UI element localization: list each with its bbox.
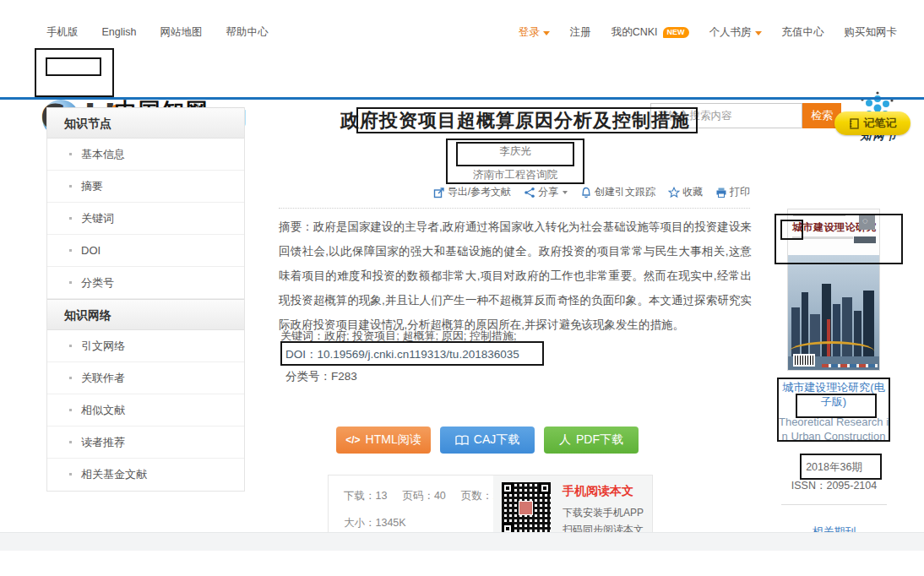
sidebar-section-knowledge-node: 知识节点 bbox=[47, 107, 244, 139]
pdf-icon: 人 bbox=[559, 432, 571, 448]
sidebar-item-related-authors[interactable]: 关联作者 bbox=[47, 362, 244, 394]
stats-row: 下载：13 页码：40 页数：1 bbox=[344, 489, 498, 503]
qr-center-seal bbox=[519, 501, 533, 515]
sidebar-item-reader-recommendation[interactable]: 读者推荐 bbox=[47, 427, 244, 459]
favorite-link[interactable]: 收藏 bbox=[668, 185, 703, 199]
article-clc-number: 分类号：F283 bbox=[285, 369, 357, 384]
article-abstract: 摘要：政府是国家建设的主导者,政府通过将国家收入转化为社会基础设施等项目的投资建… bbox=[279, 215, 752, 337]
top-navigation: 手机版 English 网站地图 帮助中心 登录 注册 我的CNKINEW 个人… bbox=[46, 21, 897, 43]
chevron-down-icon bbox=[543, 31, 550, 35]
nav-help-center[interactable]: 帮助中心 bbox=[226, 25, 269, 40]
nav-my-cnki[interactable]: 我的CNKINEW bbox=[611, 25, 689, 40]
article-affiliation[interactable]: 济南市工程咨询院 bbox=[279, 168, 752, 182]
nav-recharge-center[interactable]: 充值中心 bbox=[782, 25, 824, 40]
download-stats-panel: 下载：13 页码：40 页数：1 大小：1345K 手机阅读本文 下载安装手机A… bbox=[328, 475, 653, 534]
download-count: 下载：13 bbox=[344, 489, 387, 503]
article-keywords: 关键词：政府; 投资项目; 超概算; 原因; 控制措施; bbox=[280, 329, 517, 344]
header-blue-line bbox=[0, 97, 924, 100]
mobile-read-title: 手机阅读本文 bbox=[563, 484, 633, 499]
sidebar-item-similar-literature[interactable]: 相似文献 bbox=[47, 394, 244, 427]
sidebar-item-related-fund-literature[interactable]: 相关基金文献 bbox=[47, 459, 244, 491]
sidebar-item-basic-info[interactable]: 基本信息 bbox=[47, 139, 244, 171]
sidebar-item-citation-network[interactable]: 引文网络 bbox=[47, 330, 244, 362]
article-title: 政府投资项目超概算原因分析及控制措施 bbox=[279, 108, 752, 133]
export-reference-link[interactable]: 导出/参考文献 bbox=[433, 185, 511, 199]
mobile-read-panel: 手机阅读本文 下载安装手机APP 扫码同步阅读本文 bbox=[493, 475, 652, 535]
citation-alert-link[interactable]: 创建引文跟踪 bbox=[580, 185, 655, 199]
chevron-down-icon bbox=[755, 31, 762, 35]
star-icon bbox=[668, 187, 680, 198]
page-number: 页码：40 bbox=[402, 489, 445, 503]
cover-publisher-logo bbox=[859, 214, 875, 230]
pdf-download-button[interactable]: 人 PDF下载 bbox=[544, 427, 639, 454]
page-bottom-band bbox=[0, 532, 924, 551]
journal-issn: ISSN：2095-2104 bbox=[760, 479, 908, 493]
sidebar-item-doi[interactable]: DOI bbox=[47, 235, 244, 267]
topnav-left-group: 手机版 English 网站地图 帮助中心 bbox=[46, 25, 269, 40]
journal-name-english: Theoretical Research in Urban Constructi… bbox=[777, 415, 890, 443]
article-author[interactable]: 李庆光 bbox=[279, 144, 752, 159]
qr-code bbox=[502, 482, 551, 535]
share-link[interactable]: 分享 bbox=[524, 185, 568, 199]
nav-mobile-version[interactable]: 手机版 bbox=[46, 25, 79, 40]
nav-register[interactable]: 注册 bbox=[570, 25, 591, 40]
share-icon bbox=[524, 187, 535, 198]
chevron-down-icon bbox=[563, 191, 568, 194]
cover-skyline-photo bbox=[788, 255, 879, 370]
notebook-icon bbox=[849, 118, 860, 129]
sidebar-item-keywords[interactable]: 关键词 bbox=[47, 203, 244, 235]
file-size: 大小：1345K bbox=[344, 516, 406, 530]
article-toolbar: 导出/参考文献 分享 创建引文跟踪 收藏 打印 bbox=[279, 185, 750, 199]
journal-cover-image[interactable]: 城市建设理论研究 bbox=[788, 209, 879, 370]
mobile-read-line1: 下载安装手机APP bbox=[563, 506, 644, 520]
journal-name-link[interactable]: 城市建设理论研究(电子版) bbox=[777, 380, 890, 409]
cnki-article-page: 手机版 English 网站地图 帮助中心 登录 注册 我的CNKINEW 个人… bbox=[0, 0, 924, 576]
code-icon: </> bbox=[345, 434, 360, 446]
article-doi: DOI：10.19569/j.cnki.cn119313/tu.20183603… bbox=[285, 347, 519, 362]
caj-download-button[interactable]: CAJ下载 bbox=[440, 427, 535, 454]
take-note-button[interactable]: 记笔记 bbox=[834, 111, 910, 135]
nav-english[interactable]: English bbox=[102, 26, 137, 38]
sidebar-section-knowledge-network: 知识网络 bbox=[47, 299, 244, 330]
topnav-right-group: 登录 注册 我的CNKINEW 个人书房 充值中心 购买知网卡 bbox=[519, 25, 897, 40]
sidebar-item-clc[interactable]: 分类号 bbox=[47, 267, 244, 299]
sidebar-item-abstract[interactable]: 摘要 bbox=[47, 171, 244, 203]
right-column-divider bbox=[781, 504, 887, 505]
export-icon bbox=[433, 187, 445, 198]
cover-barcode bbox=[793, 354, 815, 367]
sidebar: 知识节点 基本信息 摘要 关键词 DOI 分类号 知识网络 引文网络 关联作者 … bbox=[46, 107, 245, 492]
print-link[interactable]: 打印 bbox=[715, 185, 750, 199]
new-badge: NEW bbox=[663, 27, 689, 38]
journal-issue[interactable]: 2018年36期 bbox=[760, 460, 908, 475]
section-divider bbox=[279, 208, 750, 209]
bell-icon bbox=[580, 187, 592, 198]
nav-buy-card[interactable]: 购买知网卡 bbox=[845, 25, 898, 40]
book-icon bbox=[455, 435, 469, 446]
site-header: Cnki 中国知网 cnki.net 期刊 检索 知网节 bbox=[0, 44, 924, 97]
nav-sitemap[interactable]: 网站地图 bbox=[160, 25, 203, 40]
html-read-button[interactable]: </> HTML阅读 bbox=[336, 427, 431, 454]
nav-login[interactable]: 登录 bbox=[519, 25, 550, 40]
printer-icon bbox=[715, 187, 727, 198]
nav-personal-library[interactable]: 个人书房 bbox=[709, 25, 762, 40]
